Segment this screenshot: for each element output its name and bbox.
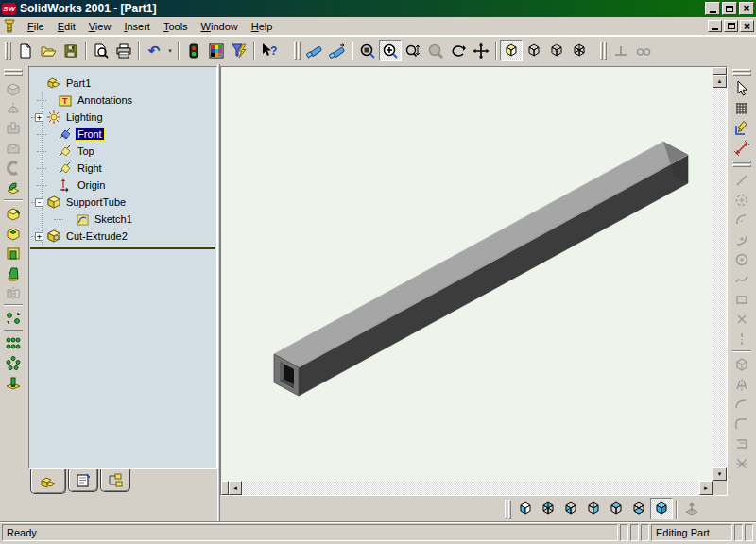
vertical-scrollbar[interactable]: ▲ ▼ [713,67,727,481]
horizontal-split-handle[interactable] [221,481,229,495]
back-view-button[interactable] [537,498,559,519]
menu-view[interactable]: View [82,19,118,34]
tree-label[interactable]: Origin [76,179,107,191]
shaded-button[interactable] [500,40,523,61]
move-copy-button[interactable] [2,308,25,328]
tree-label[interactable]: Lighting [64,111,105,123]
vertical-split-handle[interactable] [713,67,727,75]
vertical-scroll-track[interactable] [713,88,727,468]
tree-row-sketch1[interactable]: Sketch1 [29,211,216,228]
horizontal-scroll-track[interactable] [242,481,699,495]
tree-label-selected[interactable]: Front [76,128,104,140]
minimize-button[interactable] [705,2,720,15]
rib-button[interactable] [2,223,25,243]
relations-toolbar-grip[interactable] [600,42,607,60]
sketch-tools-grip[interactable] [732,161,751,167]
scroll-right-button[interactable]: ► [699,481,713,495]
feature-statistics-button[interactable] [228,40,250,61]
print-preview-button[interactable] [90,40,112,61]
zoom-to-fit-button[interactable] [356,40,379,61]
tree-row-supporttube[interactable]: - SupportTube [29,194,216,211]
select-button[interactable] [730,78,753,98]
display-relations-button[interactable] [632,40,655,61]
rebuild-button[interactable] [182,40,205,61]
trim-button[interactable] [730,453,753,473]
menu-insert[interactable]: Insert [117,19,157,34]
features-toolbar-grip[interactable] [4,69,23,76]
scroll-up-button[interactable]: ▲ [713,75,727,88]
fillet-button[interactable] [2,178,25,197]
print-button[interactable] [112,40,135,61]
expand-plus-box[interactable]: + [35,113,43,122]
wireframe-button[interactable] [568,40,591,61]
grid-button[interactable] [730,98,753,118]
sketch-fillet-button[interactable] [730,394,753,414]
offset-entities-button[interactable] [730,434,753,453]
menu-help[interactable]: Help [245,19,280,34]
extruded-cut-button[interactable] [2,118,25,138]
graphics-viewport[interactable] [221,67,713,481]
centerline-button[interactable] [730,329,753,348]
tree-label[interactable]: Part1 [64,77,93,89]
standard-toolbar-grip[interactable] [5,42,11,60]
chamfer-button[interactable] [2,203,25,223]
linear-pattern-button[interactable] [2,333,25,353]
view-orientation-button[interactable] [303,40,326,61]
add-relation-button[interactable] [610,40,632,61]
tree-row-top[interactable]: Top [29,143,216,160]
tree-label[interactable]: SupportTube [64,196,128,208]
solidworks-app-icon[interactable]: SW [2,3,16,15]
shell-button[interactable] [2,243,25,263]
sketch-button[interactable] [730,118,753,138]
help-button[interactable]: ? [258,40,281,61]
pan-button[interactable] [470,40,492,61]
expand-minus-box[interactable]: - [35,198,43,207]
previous-view-button[interactable] [326,40,349,61]
mirror-feature-button[interactable] [2,282,25,302]
model-square-tube[interactable] [221,67,713,481]
close-button[interactable]: × [739,2,754,15]
point-button[interactable] [730,309,753,329]
scroll-down-button[interactable]: ▼ [713,468,727,481]
right-view-button[interactable] [582,498,605,519]
mdi-restore-button[interactable] [724,20,738,32]
top-view-button[interactable] [605,498,627,519]
line-button[interactable] [730,170,753,190]
circle-dashed-button[interactable] [730,190,753,210]
convert-entities-button[interactable] [730,354,753,374]
tree-label[interactable]: Cut-Extrude2 [64,230,129,242]
zoom-to-selection-button[interactable] [424,40,447,61]
rollback-bar[interactable] [30,247,215,249]
rotate-view-button[interactable] [447,40,470,61]
edit-color-button[interactable] [205,40,228,61]
normal-to-button[interactable] [680,498,703,519]
tree-label[interactable]: Annotations [76,94,134,106]
sketch-toolbar-grip[interactable] [732,69,751,76]
tree-row-origin[interactable]: Origin [29,177,216,194]
tree-row-lighting[interactable]: + Lighting [29,109,216,126]
mdi-minimize-button[interactable] [708,20,722,32]
menu-file[interactable]: File [21,19,51,34]
standard-views-grip[interactable] [505,500,511,518]
extruded-boss-button[interactable] [2,78,25,98]
revolved-boss-button[interactable] [2,98,25,118]
menu-edit[interactable]: Edit [51,19,82,34]
spline-button[interactable] [730,269,753,289]
tree-label[interactable]: Top [76,145,96,157]
hidden-lines-visible-button[interactable] [545,40,568,61]
configuration-manager-tab[interactable] [100,469,130,492]
open-button[interactable] [37,40,60,61]
hole-wizard-button[interactable] [2,373,25,393]
bottom-view-button[interactable] [627,498,650,519]
tree-row-annotations[interactable]: T Annotations [29,92,216,109]
restore-button[interactable] [722,2,737,15]
offset-arc-button[interactable] [730,414,753,434]
feature-manager-tab[interactable] [30,469,66,494]
tree-row-right[interactable]: Right [29,160,216,177]
left-view-button[interactable] [559,498,582,519]
mirror-entities-button[interactable] [730,374,753,394]
rectangle-button[interactable] [730,289,753,309]
tree-row-cutextrude2[interactable]: + Cut-Extrude2 [29,228,216,245]
tree-label[interactable]: Right [76,162,104,174]
tree-row-front[interactable]: Front [29,126,216,143]
